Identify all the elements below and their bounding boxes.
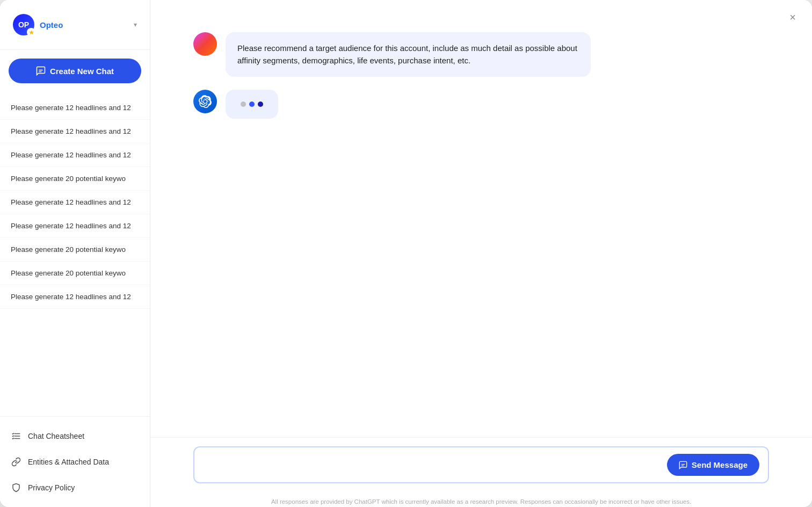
sidebar-header: OP Opteo ▾	[0, 0, 150, 50]
chat-list-item[interactable]: Please generate 20 potential keywo	[0, 262, 150, 285]
chat-list-item[interactable]: Please generate 12 headlines and 12	[0, 143, 150, 167]
sidebar-footer-entities[interactable]: Entities & Attached Data	[0, 449, 150, 475]
typing-dot-3	[258, 102, 263, 107]
chat-list-item[interactable]: Please generate 12 headlines and 12	[0, 120, 150, 143]
send-message-button[interactable]: Send Message	[667, 454, 759, 476]
sidebar-footer: Chat CheatsheetEntities & Attached DataP…	[0, 416, 150, 507]
chat-input[interactable]	[203, 454, 661, 476]
typing-dot-1	[241, 102, 246, 107]
chevron-down-icon: ▾	[134, 21, 137, 28]
chat-list-item[interactable]: Please generate 12 headlines and 12	[0, 214, 150, 238]
chat-input-area: Send Message	[150, 437, 812, 494]
message-row-user: Please recommend a target audience for t…	[193, 32, 769, 77]
message-bubble-ai	[226, 90, 278, 119]
shield-icon	[11, 482, 21, 493]
ai-avatar	[193, 90, 217, 113]
chat-list-item[interactable]: Please generate 20 potential keywo	[0, 238, 150, 262]
account-selector[interactable]: OP Opteo ▾	[9, 11, 141, 39]
sidebar-footer-cheatsheet[interactable]: Chat Cheatsheet	[0, 423, 150, 449]
chat-messages: Please recommend a target audience for t…	[150, 0, 812, 437]
sidebar: OP Opteo ▾ Create New Chat Please	[0, 0, 150, 507]
chat-list-item[interactable]: Please generate 12 headlines and 12	[0, 96, 150, 120]
main-chat-area: × Please recommend a target audience for…	[150, 0, 812, 507]
chat-icon	[36, 66, 46, 76]
chat-list-item[interactable]: Please generate 12 headlines and 12	[0, 191, 150, 214]
chat-list-item[interactable]: Please generate 12 headlines and 12	[0, 285, 150, 309]
footer-item-label: Privacy Policy	[28, 483, 75, 492]
close-button[interactable]: ×	[784, 9, 801, 26]
typing-dot-2	[249, 102, 255, 107]
send-icon	[679, 461, 687, 469]
chat-list: Please generate 12 headlines and 12Pleas…	[0, 92, 150, 416]
message-bubble-user: Please recommend a target audience for t…	[226, 32, 591, 77]
message-row-ai	[193, 90, 769, 119]
chat-list-item[interactable]: Please generate 20 potential keywo	[0, 167, 150, 191]
footer-item-label: Entities & Attached Data	[28, 458, 109, 466]
app-window: OP Opteo ▾ Create New Chat Please	[0, 0, 812, 507]
create-new-chat-button[interactable]: Create New Chat	[9, 59, 141, 83]
account-name: Opteo	[40, 20, 128, 30]
link-icon	[11, 457, 21, 467]
disclaimer-text: All responses are provided by ChatGPT wh…	[150, 494, 812, 507]
sidebar-footer-privacy[interactable]: Privacy Policy	[0, 475, 150, 501]
list-check-icon	[11, 431, 21, 441]
avatar: OP	[13, 14, 34, 35]
user-avatar	[193, 32, 217, 56]
avatar-badge	[27, 28, 35, 37]
footer-item-label: Chat Cheatsheet	[28, 432, 84, 440]
input-wrapper: Send Message	[193, 446, 769, 483]
